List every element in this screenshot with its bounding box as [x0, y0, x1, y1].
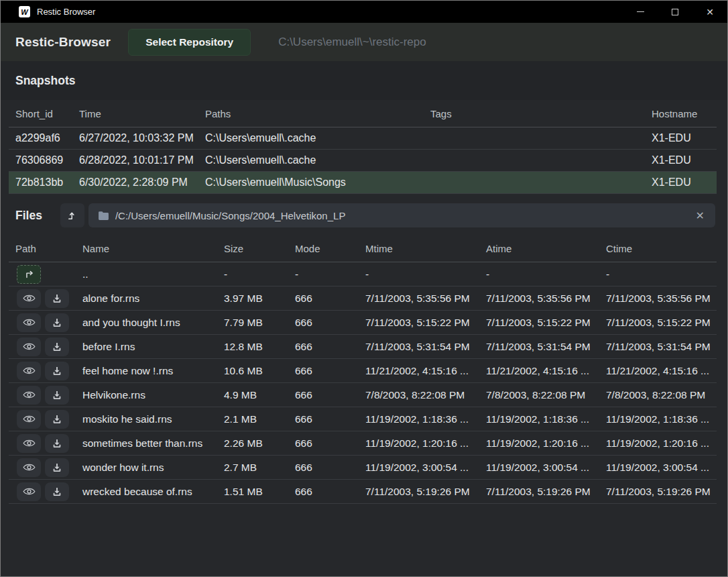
preview-file-button[interactable] — [17, 386, 41, 405]
eye-icon — [23, 317, 36, 327]
go-to-parent-button[interactable] — [17, 265, 41, 284]
file-row: before I.rns 12.8 MB 666 7/11/2003, 5:31… — [9, 335, 717, 359]
file-atime: 7/11/2003, 5:31:54 PM — [479, 335, 599, 358]
files-column-header: Path — [9, 235, 76, 262]
file-mtime: 11/19/2002, 1:18:36 ... — [359, 407, 479, 431]
download-file-button[interactable] — [45, 434, 69, 453]
file-row: and you thought I.rns 7.79 MB 666 7/11/2… — [9, 311, 717, 335]
file-ctime: 11/19/2002, 1:18:36 ... — [599, 407, 717, 431]
file-atime: 11/19/2002, 1:20:16 ... — [479, 431, 599, 455]
file-size: 1.51 MB — [217, 480, 288, 503]
file-size: 2.1 MB — [217, 407, 288, 431]
download-file-button[interactable] — [45, 482, 69, 501]
download-icon — [52, 293, 62, 304]
preview-file-button[interactable] — [17, 289, 41, 308]
files-column-header: Mtime — [359, 235, 479, 262]
file-name: feel home now !.rns — [76, 359, 217, 382]
snapshot-row[interactable]: 76306869 6/28/2022, 10:01:17 PM C:\Users… — [9, 150, 717, 172]
files-table: Path Name Size Mode Mtime Atime Ctime — [9, 235, 717, 504]
snapshots-column-header: Short_id — [9, 100, 72, 127]
file-ctime: 7/8/2003, 8:22:08 PM — [599, 383, 717, 407]
snapshot-hostname: X1-EDU — [645, 150, 717, 171]
app-header: Restic-Browser Select Repository C:\User… — [1, 23, 727, 61]
path-input[interactable] — [115, 210, 692, 221]
maximize-icon — [672, 9, 678, 15]
current-path-box: ✕ — [88, 203, 715, 227]
file-name: wonder how it.rns — [76, 456, 217, 479]
download-icon — [52, 390, 62, 401]
preview-file-button[interactable] — [17, 458, 41, 477]
eye-icon — [23, 414, 36, 424]
app-window: W Restic Browser ✕ Restic-Browser Select… — [0, 0, 728, 577]
download-icon — [52, 317, 62, 328]
download-file-button[interactable] — [45, 337, 69, 356]
download-file-button[interactable] — [45, 313, 69, 332]
snapshot-row[interactable]: a2299af6 6/27/2022, 10:03:32 PM C:\Users… — [9, 127, 717, 150]
file-atime: 11/19/2002, 1:18:36 ... — [479, 407, 599, 431]
clear-path-button[interactable]: ✕ — [692, 208, 709, 223]
snapshots-table: Short_id Time Paths Tags Hostname a2299a… — [9, 100, 717, 194]
minimize-button[interactable] — [623, 1, 658, 23]
titlebar: W Restic Browser ✕ — [1, 1, 727, 23]
files-title: Files — [15, 209, 42, 223]
eye-icon — [23, 462, 36, 472]
repository-path: C:\Users\emuell\~\restic-repo — [278, 36, 426, 49]
eye-icon — [23, 390, 36, 400]
file-name: wrecked because of.rns — [76, 480, 217, 503]
snapshot-short-id: 72b813bb — [9, 172, 72, 193]
snapshot-row[interactable]: 72b813bb 6/30/2022, 2:28:09 PM C:\Users\… — [9, 172, 717, 194]
select-repository-button[interactable]: Select Repository — [128, 29, 251, 56]
files-column-header: Mode — [288, 235, 359, 262]
file-row: wrecked because of.rns 1.51 MB 666 7/11/… — [9, 480, 717, 504]
preview-file-button[interactable] — [17, 362, 41, 380]
download-icon — [52, 462, 62, 473]
file-size: 12.8 MB — [217, 335, 288, 358]
eye-icon — [23, 342, 36, 352]
file-mtime: 7/11/2003, 5:35:56 PM — [359, 286, 479, 310]
preview-file-button[interactable] — [17, 410, 41, 429]
up-arrow-icon — [66, 209, 78, 221]
file-row: Helvikone.rns 4.9 MB 666 7/8/2003, 8:22:… — [9, 383, 717, 407]
file-ctime: 11/21/2002, 4:15:16 ... — [599, 359, 717, 382]
maximize-button[interactable] — [658, 1, 692, 23]
file-atime: 11/19/2002, 3:00:54 ... — [479, 456, 599, 479]
file-mode: 666 — [288, 480, 359, 503]
file-size: 3.97 MB — [217, 286, 288, 310]
file-mode: 666 — [288, 431, 359, 455]
file-mode: 666 — [288, 456, 359, 479]
preview-file-button[interactable] — [17, 434, 41, 453]
preview-file-button[interactable] — [17, 337, 41, 356]
parent-row-atime: - — [479, 262, 599, 286]
snapshot-tags — [424, 127, 645, 149]
snapshot-tags — [424, 172, 645, 193]
files-column-header: Ctime — [599, 235, 717, 262]
app-logo-icon: W — [19, 6, 30, 17]
download-file-button[interactable] — [45, 386, 69, 405]
file-mtime: 11/19/2002, 1:20:16 ... — [359, 431, 479, 455]
up-one-level-button[interactable] — [60, 203, 84, 227]
snapshot-hostname: X1-EDU — [645, 127, 717, 149]
file-ctime: 7/11/2003, 5:19:26 PM — [599, 480, 717, 503]
download-file-button[interactable] — [45, 289, 69, 308]
snapshot-paths: C:\Users\emuell\.cache — [198, 150, 424, 171]
file-mtime: 11/19/2002, 3:00:54 ... — [359, 456, 479, 479]
file-mode: 666 — [288, 359, 359, 382]
file-mtime: 7/11/2003, 5:15:22 PM — [359, 311, 479, 334]
files-table-header: Path Name Size Mode Mtime Atime Ctime — [9, 235, 717, 262]
eye-icon — [23, 366, 36, 376]
download-file-button[interactable] — [45, 458, 69, 477]
preview-file-button[interactable] — [17, 482, 41, 501]
preview-file-button[interactable] — [17, 313, 41, 332]
clear-icon: ✕ — [696, 210, 705, 221]
download-file-button[interactable] — [45, 410, 69, 429]
file-mtime: 7/8/2003, 8:22:08 PM — [359, 383, 479, 407]
files-column-header: Size — [217, 235, 288, 262]
snapshots-column-header: Time — [72, 100, 198, 127]
download-icon — [52, 342, 62, 352]
snapshot-time: 6/30/2022, 2:28:09 PM — [72, 172, 198, 193]
file-mode: 666 — [288, 311, 359, 334]
download-file-button[interactable] — [45, 362, 69, 380]
up-right-arrow-icon — [23, 268, 35, 280]
file-mtime: 7/11/2003, 5:31:54 PM — [359, 335, 479, 358]
close-button[interactable]: ✕ — [692, 1, 727, 23]
